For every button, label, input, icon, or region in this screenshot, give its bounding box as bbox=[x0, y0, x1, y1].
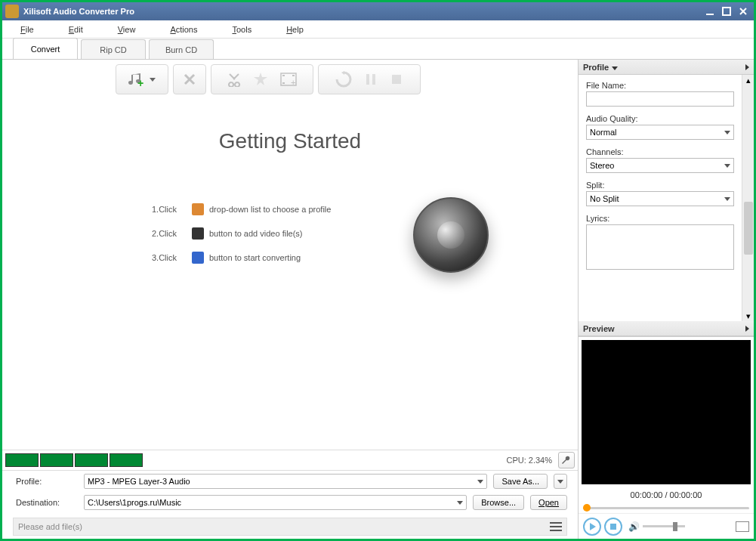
filename-input[interactable] bbox=[586, 91, 734, 107]
profile-scrollbar[interactable]: ▴ ▾ bbox=[742, 75, 754, 321]
scissors-icon[interactable] bbox=[227, 72, 241, 87]
star-icon[interactable] bbox=[253, 72, 268, 87]
add-file-button[interactable]: + bbox=[116, 64, 168, 94]
destination-input[interactable]: C:\Users\1progs.ru\Music bbox=[84, 495, 467, 510]
svg-rect-11 bbox=[366, 74, 369, 85]
volume-icon[interactable]: 🔊 bbox=[628, 521, 640, 532]
menu-tools[interactable]: Tools bbox=[232, 25, 251, 34]
svg-rect-0 bbox=[706, 14, 714, 15]
volume-thumb[interactable] bbox=[673, 522, 677, 531]
seek-bar[interactable] bbox=[579, 502, 754, 513]
cpu-bar-row: CPU: 2.34% bbox=[2, 450, 578, 471]
audio-quality-label: Audio Quality: bbox=[586, 114, 734, 123]
maximize-button[interactable] bbox=[719, 5, 734, 18]
split-label: Split: bbox=[586, 181, 734, 190]
player-controls: 🔊 bbox=[579, 513, 754, 539]
close-button[interactable] bbox=[736, 5, 751, 18]
open-button[interactable]: Open bbox=[530, 495, 567, 510]
svg-rect-14 bbox=[550, 522, 562, 524]
hint-bar: Please add file(s) bbox=[13, 518, 567, 536]
stop-icon[interactable] bbox=[390, 73, 403, 86]
cpu-settings-button[interactable] bbox=[558, 452, 575, 468]
play-button[interactable] bbox=[583, 518, 601, 536]
menu-file[interactable]: File bbox=[20, 25, 34, 34]
destination-row: Destination: C:\Users\1progs.ru\Music Br… bbox=[2, 492, 578, 513]
svg-rect-16 bbox=[550, 530, 562, 531]
save-as-button[interactable]: Save As... bbox=[493, 474, 548, 489]
getting-started-steps: 1.Click drop-down list to choose a profi… bbox=[2, 197, 578, 270]
chevron-down-icon bbox=[724, 164, 730, 168]
browse-button[interactable]: Browse... bbox=[473, 495, 524, 510]
music-add-icon bbox=[192, 227, 204, 240]
body: + + Getting Started bbox=[2, 60, 754, 539]
chevron-down-icon bbox=[477, 480, 483, 484]
stop-button[interactable] bbox=[604, 518, 622, 536]
preview-screen bbox=[582, 340, 751, 484]
svg-text:+: + bbox=[291, 78, 295, 86]
tabrow: Convert Rip CD Burn CD bbox=[2, 39, 754, 60]
scroll-up-icon[interactable]: ▴ bbox=[743, 75, 754, 85]
profile-row: Profile: MP3 - MPEG Layer-3 Audio Save A… bbox=[2, 471, 578, 492]
side-pane: Profile File Name: Audio Quality: Normal… bbox=[579, 60, 754, 539]
svg-rect-1 bbox=[723, 8, 730, 15]
tab-burn-cd[interactable]: Burn CD bbox=[149, 39, 214, 59]
collapse-icon[interactable] bbox=[745, 326, 749, 332]
chevron-down-icon[interactable] bbox=[612, 66, 618, 70]
video-add-icon[interactable]: + bbox=[280, 73, 297, 86]
svg-rect-7 bbox=[282, 75, 285, 76]
tab-rip-cd[interactable]: Rip CD bbox=[81, 39, 146, 59]
svg-rect-12 bbox=[372, 74, 375, 85]
channels-label: Channels: bbox=[586, 147, 734, 156]
profile-panel: File Name: Audio Quality: Normal Channel… bbox=[579, 75, 754, 321]
window: Xilisoft Audio Converter Pro File Edit V… bbox=[2, 2, 754, 539]
menu-actions[interactable]: Actions bbox=[170, 25, 197, 34]
content-area: Getting Started 1.Click drop-down list t… bbox=[2, 99, 578, 450]
app-logo-icon bbox=[5, 5, 19, 18]
profile-menu-button[interactable] bbox=[554, 474, 567, 489]
gs-step-2: 2.Click button to add video file(s) bbox=[152, 221, 578, 246]
convert-group bbox=[318, 64, 421, 94]
svg-rect-9 bbox=[292, 75, 295, 76]
scroll-down-icon[interactable]: ▾ bbox=[743, 311, 754, 321]
getting-started-title: Getting Started bbox=[219, 129, 361, 153]
convert-icon[interactable] bbox=[335, 71, 352, 88]
edit-group: + bbox=[211, 64, 313, 94]
profile-panel-header: Profile bbox=[579, 60, 754, 75]
profile-label: Profile: bbox=[16, 477, 78, 486]
svg-rect-13 bbox=[392, 75, 401, 84]
channels-select[interactable]: Stereo bbox=[586, 158, 734, 173]
svg-rect-8 bbox=[282, 82, 285, 84]
time-display: 00:00:00 / 00:00:00 bbox=[579, 487, 754, 502]
menu-help[interactable]: Help bbox=[286, 25, 304, 34]
tab-convert[interactable]: Convert bbox=[13, 38, 78, 59]
split-select[interactable]: No Split bbox=[586, 191, 734, 206]
audio-quality-select[interactable]: Normal bbox=[586, 125, 734, 140]
plus-icon: + bbox=[137, 77, 143, 89]
cpu-usage-label: CPU: 2.34% bbox=[506, 456, 552, 465]
pause-icon[interactable] bbox=[364, 73, 378, 86]
snapshot-button[interactable] bbox=[736, 521, 749, 532]
volume-slider[interactable] bbox=[643, 525, 685, 527]
preview-panel-header: Preview bbox=[579, 321, 754, 336]
lyrics-textarea[interactable] bbox=[586, 224, 734, 270]
speaker-image bbox=[413, 197, 496, 280]
chevron-down-icon bbox=[557, 480, 563, 484]
gs-step-1: 1.Click drop-down list to choose a profi… bbox=[152, 197, 578, 221]
chevron-down-icon bbox=[724, 131, 730, 134]
cpu-core bbox=[75, 453, 108, 467]
stop-icon bbox=[610, 524, 616, 530]
profile-select[interactable]: MP3 - MPEG Layer-3 Audio bbox=[84, 474, 487, 489]
minimize-button[interactable] bbox=[702, 5, 717, 18]
seek-thumb[interactable] bbox=[583, 504, 591, 512]
collapse-icon[interactable] bbox=[745, 64, 749, 70]
menubar: File Edit View Actions Tools Help bbox=[2, 20, 754, 39]
menu-edit[interactable]: Edit bbox=[69, 25, 83, 34]
scroll-thumb[interactable] bbox=[744, 202, 753, 255]
menu-view[interactable]: View bbox=[118, 25, 136, 34]
list-view-icon[interactable] bbox=[550, 521, 562, 532]
delete-button[interactable] bbox=[173, 64, 206, 94]
toolbar: + + bbox=[2, 60, 578, 99]
filename-label: File Name: bbox=[586, 81, 734, 90]
svg-rect-15 bbox=[550, 526, 562, 527]
gs-step-3: 3.Click button to start converting bbox=[152, 246, 578, 270]
